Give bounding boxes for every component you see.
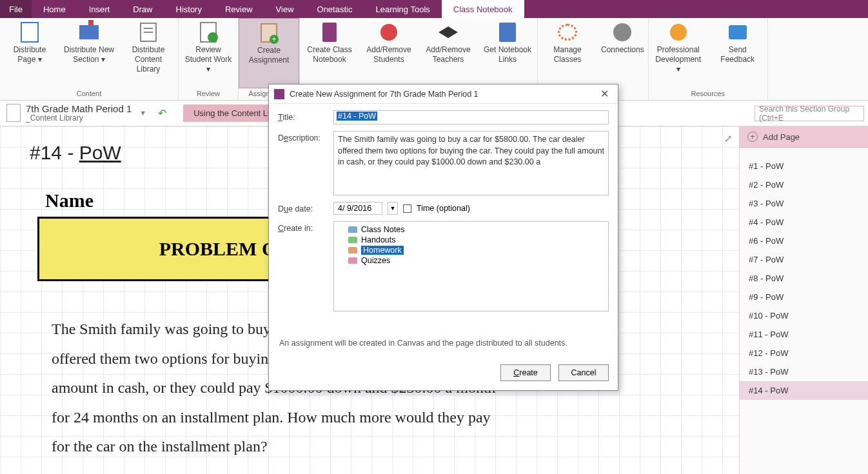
section-name: _Content Library	[26, 114, 132, 123]
notebook-icon	[6, 104, 21, 122]
send-feedback-label: Send Feedback	[712, 45, 764, 64]
page-list: + Add Page #1 - PoW#2 - PoW#3 - PoW#4 - …	[739, 126, 868, 474]
close-icon[interactable]: ✕	[597, 88, 613, 100]
add-page-button[interactable]: + Add Page	[740, 126, 868, 148]
create-in-tree[interactable]: Class NotesHandoutsHomeworkQuizzes	[333, 221, 609, 311]
distribute-new-section-label: Distribute New Section ▾	[63, 45, 115, 64]
menu-review[interactable]: Review	[213, 0, 264, 18]
description-label: Description:	[278, 131, 324, 195]
distribute-content-library-button[interactable]: Distribute Content Library	[119, 18, 178, 88]
cancel-button[interactable]: Cancel	[558, 364, 609, 381]
create-assignment-button[interactable]: Create Assignment	[239, 18, 299, 88]
menu-draw[interactable]: Draw	[121, 0, 164, 18]
page-list-item[interactable]: #13 - PoW	[740, 362, 868, 381]
distribute-content-library-label: Distribute Content Library	[123, 45, 174, 74]
page-list-item[interactable]: #8 - PoW	[740, 269, 868, 288]
professional-development-label: Professional Development ▾	[653, 45, 704, 74]
add-remove-students-label: Add/Remove Students	[363, 45, 415, 64]
due-date-label: Due date:	[278, 202, 324, 215]
distribute-new-section-button[interactable]: Distribute New Section ▾	[59, 18, 119, 88]
menu-insert[interactable]: Insert	[77, 0, 122, 18]
create-button[interactable]: Create	[500, 364, 551, 381]
add-remove-teachers-icon	[439, 26, 458, 38]
distribute-page-icon	[21, 22, 39, 43]
menu-class-notebook[interactable]: Class Notebook	[442, 0, 524, 18]
get-notebook-links-label: Get Notebook Links	[482, 45, 533, 64]
send-feedback-button[interactable]: Send Feedback	[708, 18, 767, 88]
time-label: Time (optional)	[417, 204, 470, 213]
create-in-label: Create in:	[278, 221, 324, 311]
add-remove-teachers-label: Add/Remove Teachers	[422, 45, 474, 64]
create-assignment-label: Create Assignment	[243, 46, 295, 65]
notebook-name: 7th Grade Math Period 1	[26, 103, 132, 114]
connections-label: Connections	[601, 45, 644, 55]
dialog-title-text: Create New Assignment for 7th Grade Math…	[290, 90, 591, 99]
page-list-item[interactable]: #11 - PoW	[740, 325, 868, 344]
ribbon-group-label: Review	[179, 88, 238, 100]
page-list-item[interactable]: #9 - PoW	[740, 288, 868, 306]
ribbon-group-label: Content	[0, 88, 178, 100]
menu-home[interactable]: Home	[32, 0, 77, 18]
tree-item-class-notes[interactable]: Class Notes	[338, 224, 604, 235]
page-list-item[interactable]: #10 - PoW	[740, 306, 868, 325]
menubar: File HomeInsertDrawHistoryReviewViewOnet…	[0, 0, 868, 18]
tree-item-quizzes[interactable]: Quizzes	[338, 255, 604, 266]
dialog-note: An assignment will be created in Canvas …	[278, 339, 609, 351]
menu-onetastic[interactable]: Onetastic	[306, 0, 364, 18]
distribute-page-button[interactable]: Distribute Page ▾	[0, 18, 59, 88]
section-tab-icon	[348, 247, 357, 253]
menu-learning-tools[interactable]: Learning Tools	[364, 0, 441, 18]
create-assignment-icon	[261, 23, 277, 43]
section-tab-icon	[348, 237, 357, 243]
page-list-item[interactable]: #1 - PoW	[740, 157, 868, 175]
manage-classes-label: Manage Classes	[542, 45, 593, 64]
tree-item-homework[interactable]: Homework	[338, 245, 604, 255]
ribbon-group-label: Resources	[649, 88, 767, 100]
page-list-item[interactable]: #4 - PoW	[740, 213, 868, 232]
onenote-icon	[274, 89, 284, 99]
manage-classes-icon	[558, 24, 577, 41]
title-input[interactable]: #14 - PoW	[333, 110, 609, 124]
chevron-down-icon[interactable]: ▼	[137, 109, 149, 117]
send-feedback-icon	[729, 25, 747, 39]
menu-history[interactable]: History	[164, 0, 213, 18]
review-student-work-button[interactable]: Review Student Work ▾	[179, 18, 238, 88]
create-class-notebook-icon	[322, 23, 337, 42]
page-list-item[interactable]: #14 - PoW	[740, 381, 868, 400]
create-class-notebook-label: Create Class Notebook	[304, 45, 355, 64]
create-assignment-dialog: Create New Assignment for 7th Grade Math…	[268, 84, 618, 391]
add-remove-students-icon	[380, 24, 397, 41]
description-input[interactable]: The Smith family was going to buy a car …	[333, 131, 609, 195]
review-student-work-icon	[200, 22, 217, 43]
search-input[interactable]: Search this Section Group (Ctrl+E	[755, 106, 864, 121]
professional-development-button[interactable]: Professional Development ▾	[649, 18, 708, 88]
section-tab-icon	[348, 257, 357, 264]
tree-item-handouts[interactable]: Handouts	[338, 235, 604, 245]
review-student-work-label: Review Student Work ▾	[182, 45, 234, 74]
page-list-item[interactable]: #12 - PoW	[740, 344, 868, 362]
page-list-item[interactable]: #3 - PoW	[740, 194, 868, 213]
distribute-page-label: Distribute Page ▾	[4, 45, 55, 64]
date-dropdown-icon[interactable]: ▼	[388, 202, 398, 215]
page-list-item[interactable]: #6 - PoW	[740, 232, 868, 250]
section-tab-icon	[348, 226, 357, 233]
menu-file[interactable]: File	[0, 0, 32, 18]
page-list-item[interactable]: #2 - PoW	[740, 175, 868, 194]
plus-icon: +	[747, 132, 758, 142]
professional-development-icon	[670, 24, 687, 41]
undo-icon[interactable]: ↶	[154, 107, 170, 119]
dialog-titlebar: Create New Assignment for 7th Grade Math…	[269, 84, 618, 104]
menu-view[interactable]: View	[264, 0, 306, 18]
time-checkbox[interactable]	[403, 204, 411, 213]
distribute-content-library-icon	[140, 23, 157, 42]
connections-icon	[613, 23, 631, 41]
distribute-new-section-icon	[79, 25, 99, 39]
due-date-input[interactable]: 4/ 9/2016	[333, 202, 382, 215]
get-notebook-links-icon	[499, 23, 516, 42]
notebook-picker[interactable]: 7th Grade Math Period 1 _Content Library…	[0, 103, 177, 123]
page-list-item[interactable]: #7 - PoW	[740, 250, 868, 269]
title-label: Title:	[278, 110, 324, 124]
